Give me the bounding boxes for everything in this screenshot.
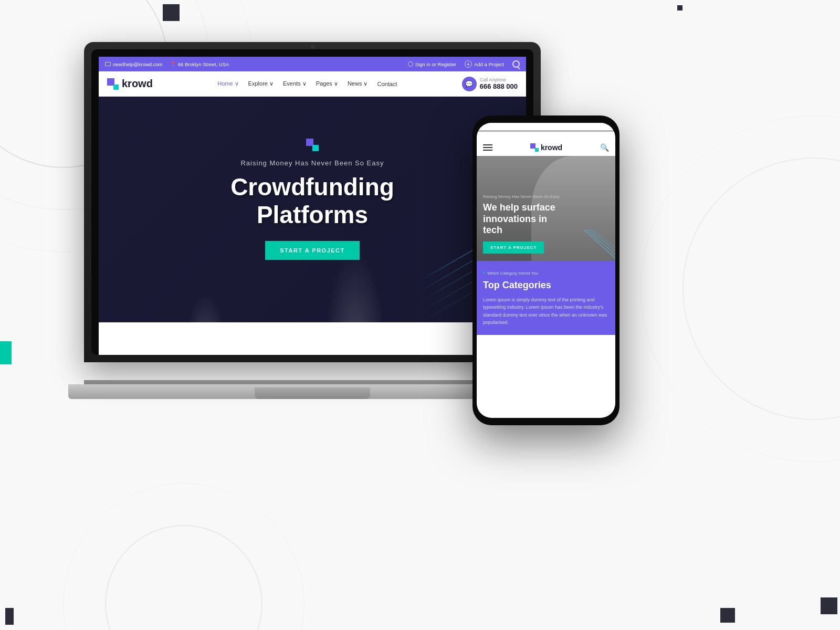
phone-hero-subtitle: Raising Money Has Never Been So Easy <box>483 194 567 199</box>
navbar: krowd Home ∨ Explore ∨ Events ∨ Pages ∨ … <box>99 71 526 97</box>
call-info: Call Anytime 666 888 000 <box>480 77 518 90</box>
logo[interactable]: krowd <box>107 78 153 90</box>
call-label: Call Anytime <box>480 77 518 82</box>
square-decor-top <box>163 4 180 21</box>
topbar-addproject[interactable]: + Add a Project <box>465 60 504 68</box>
hero-subtitle: Raising Money Has Never Been So Easy <box>230 159 394 167</box>
phone-eyebrow: Which Category Intrest You <box>483 269 609 277</box>
hero-icon-decor <box>306 139 319 151</box>
circle-decor-5 <box>640 116 840 462</box>
phone-logo-text: krowd <box>541 143 562 152</box>
svg-line-2 <box>590 229 615 251</box>
hamburger-line-3 <box>483 150 492 151</box>
topbar-address: 📍 66 Broklyn Street, USA <box>170 61 229 67</box>
topbar-search-icon[interactable] <box>512 60 520 68</box>
square-decor-top-right <box>677 5 682 10</box>
phone-hero: Raising Money Has Never Been So Easy We … <box>477 156 615 261</box>
laptop-camera <box>310 45 314 49</box>
topbar-email: needhelp@krowd.com <box>105 61 163 67</box>
nav-right: 💬 Call Anytime 666 888 000 <box>462 77 518 91</box>
topbar-email-text: needhelp@krowd.com <box>113 61 163 67</box>
circle-decor-6 <box>105 525 262 630</box>
laptop-foot <box>255 387 370 399</box>
phone-logo-icon <box>530 143 539 152</box>
hero-title: CrowdfundingPlatforms <box>230 173 394 229</box>
square-decor-left <box>5 608 14 625</box>
email-icon <box>105 62 111 66</box>
topbar-right: Sign in or Register + Add a Project <box>408 60 520 68</box>
hamburger-line-2 <box>483 147 492 148</box>
phone-logo[interactable]: krowd <box>530 143 562 152</box>
phone-section-body: Lorem ipsum is simply dummy text of the … <box>483 296 609 327</box>
start-project-button[interactable]: START A PROJECT <box>265 241 360 260</box>
nav-link-events[interactable]: Events ∨ <box>283 80 307 87</box>
hero-section: Raising Money Has Never Been So Easy Cro… <box>99 97 526 322</box>
nav-link-home[interactable]: Home ∨ <box>217 80 238 87</box>
nav-links: Home ∨ Explore ∨ Events ∨ Pages ∨ News ∨… <box>217 80 397 87</box>
logo-icon <box>107 78 119 90</box>
phone-eyebrow-text: Which Category Intrest You <box>487 271 538 276</box>
laptop-screen: needhelp@krowd.com 📍 66 Broklyn Street, … <box>91 49 533 355</box>
square-decor-bottom-right <box>821 597 837 614</box>
phone-mockup: Sign in or Register krowd 🔍 <box>472 116 620 425</box>
phone-section-title: Top Categories <box>483 280 609 291</box>
hamburger-menu[interactable] <box>483 144 492 151</box>
nav-link-contact[interactable]: Contact <box>377 81 397 87</box>
phone-start-project-button[interactable]: START A PROJECT <box>483 242 544 254</box>
topbar-signin[interactable]: Sign in or Register <box>408 61 456 67</box>
phone-status-bar <box>477 123 615 130</box>
square-decor-bottom-right2 <box>720 608 735 623</box>
circle-decor-4 <box>682 158 840 420</box>
nav-link-explore[interactable]: Explore ∨ <box>248 80 274 87</box>
topbar-addproject-text: Add a Project <box>474 61 504 67</box>
phone-icon: 💬 <box>462 77 477 91</box>
hero-content: Raising Money Has Never Been So Easy Cro… <box>220 159 405 260</box>
topbar-address-text: 66 Broklyn Street, USA <box>178 61 229 67</box>
phone-categories-section: Which Category Intrest You Top Categorie… <box>477 261 615 335</box>
call-box: 💬 Call Anytime 666 888 000 <box>462 77 518 91</box>
topbar-signin-text: Sign in or Register <box>415 61 456 67</box>
website-content: needhelp@krowd.com 📍 66 Broklyn Street, … <box>99 57 526 355</box>
plus-icon: + <box>465 60 472 68</box>
call-number: 666 888 000 <box>480 82 518 90</box>
phone-search-icon[interactable]: 🔍 <box>600 143 609 152</box>
phone-hero-content: Raising Money Has Never Been So Easy We … <box>483 194 567 254</box>
phone-hero-title: We help surface innovations in tech <box>483 202 567 236</box>
svg-line-1 <box>587 229 615 255</box>
user-icon <box>408 61 413 67</box>
phone-hero-lines <box>573 229 615 261</box>
topbar-left: needhelp@krowd.com 📍 66 Broklyn Street, … <box>105 61 229 67</box>
phone-screen: Sign in or Register krowd 🔍 <box>477 123 615 418</box>
circle-decor-7 <box>63 483 304 630</box>
nav-link-news[interactable]: News ∨ <box>348 80 368 87</box>
topbar: needhelp@krowd.com 📍 66 Broklyn Street, … <box>99 57 526 71</box>
nav-link-pages[interactable]: Pages ∨ <box>316 80 338 87</box>
logo-text: krowd <box>122 78 153 90</box>
location-icon: 📍 <box>170 61 176 67</box>
teal-decor-left <box>0 341 12 364</box>
hamburger-line-1 <box>483 144 492 145</box>
phone-topbar: krowd 🔍 <box>477 139 615 156</box>
